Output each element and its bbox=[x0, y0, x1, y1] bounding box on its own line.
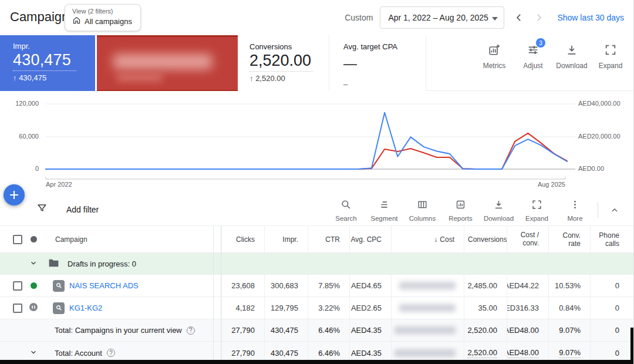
search-campaign-type-icon bbox=[53, 280, 65, 292]
status-paused-icon[interactable] bbox=[29, 303, 38, 313]
scorecard-impr-delta: 430,475 bbox=[19, 73, 46, 82]
cell-clicks: 23,608 bbox=[221, 275, 264, 296]
row-checkbox[interactable] bbox=[13, 304, 22, 313]
left-axis-tick-120000: 120,000 bbox=[4, 100, 39, 107]
column-header-cost-per-conv[interactable]: Cost / conv. bbox=[507, 226, 548, 252]
campaign-link[interactable]: NAIS SEARCH ADS bbox=[69, 281, 139, 290]
cell-avg-cpc: AED4.65 bbox=[349, 275, 391, 296]
right-axis-tick-0: AED0.00 bbox=[578, 165, 604, 172]
reports-icon bbox=[455, 199, 466, 213]
column-header-campaign[interactable]: Campaign bbox=[55, 235, 87, 244]
scorecard-cpa-delta: – bbox=[343, 80, 426, 89]
segment-icon bbox=[379, 199, 390, 213]
reports-button-label: Reports bbox=[448, 215, 472, 222]
scorecard-conversions[interactable]: Conversions 2,520.00 ↑ 2,520.00 bbox=[238, 35, 329, 91]
select-all-checkbox[interactable] bbox=[13, 235, 22, 244]
cell-ctr: 6.46% bbox=[308, 319, 349, 341]
column-header-impr[interactable]: Impr. bbox=[264, 226, 308, 252]
metrics-icon bbox=[488, 43, 501, 59]
status-enabled-icon[interactable] bbox=[31, 282, 37, 289]
cell-ctr: 3.22% bbox=[308, 297, 349, 319]
search-button[interactable]: Search bbox=[327, 197, 365, 223]
status-filter-dot-icon[interactable] bbox=[31, 236, 37, 242]
cell-cost-redacted bbox=[391, 297, 464, 319]
scorecard-cpa-label: Avg. target CPA bbox=[343, 42, 426, 51]
row-checkbox[interactable] bbox=[13, 281, 22, 291]
redacted-value-blur bbox=[399, 282, 456, 289]
column-header-phone-calls[interactable]: Phone calls bbox=[590, 226, 633, 252]
more-button[interactable]: More bbox=[556, 197, 594, 223]
chevron-down-icon[interactable] bbox=[29, 348, 38, 358]
cell-conversions: 2,485.00 bbox=[464, 275, 507, 296]
campaign-link[interactable]: KG1-KG2 bbox=[69, 304, 102, 312]
collapse-table-button[interactable] bbox=[602, 197, 628, 223]
column-header-ctr[interactable]: CTR bbox=[308, 226, 349, 252]
cell-phone-calls: 0 bbox=[590, 319, 633, 341]
drafts-in-progress-row: Drafts in progress: 0 bbox=[0, 253, 633, 275]
download-table-button[interactable]: Download bbox=[480, 197, 518, 223]
scorecard-conv-value: 2,520.00 bbox=[249, 52, 329, 70]
search-button-label: Search bbox=[335, 215, 356, 222]
scorecard-impressions[interactable]: Impr. 430,475 ↑ 430,475 bbox=[0, 35, 95, 91]
chevron-down-icon[interactable] bbox=[29, 259, 38, 269]
view-filters-chip[interactable]: View (2 filters) All campaigns bbox=[65, 4, 141, 31]
scorecard-cost-redacted[interactable] bbox=[97, 35, 238, 91]
cell-conv-rate: 0.84% bbox=[548, 297, 590, 319]
cell-conversions: 35.00 bbox=[464, 297, 507, 319]
campaign-row-nais-search-ads: NAIS SEARCH ADS 23,608 300,683 7.85% AED… bbox=[0, 275, 633, 297]
column-header-conversions[interactable]: Conversions bbox=[464, 226, 507, 252]
date-range-value: Apr 1, 2022 – Aug 20, 2025 bbox=[388, 13, 488, 22]
adjust-button[interactable]: 3 Adjust bbox=[514, 43, 552, 70]
download-button[interactable]: Download bbox=[552, 43, 591, 70]
expand-button[interactable]: Expand bbox=[591, 43, 630, 70]
cell-impr: 300,683 bbox=[264, 275, 308, 296]
top-bar: Campaigns View (2 filters) All campaigns… bbox=[0, 0, 633, 35]
cell-cost-per-conv: AED316.33 bbox=[507, 297, 548, 319]
metrics-button[interactable]: Metrics bbox=[475, 43, 514, 70]
previous-period-button[interactable] bbox=[509, 8, 529, 28]
column-header-conv-rate[interactable]: Conv. rate bbox=[548, 226, 590, 252]
more-button-label: More bbox=[567, 215, 582, 222]
view-chip-scope: All campaigns bbox=[85, 17, 132, 26]
expand-button-label: Expand bbox=[599, 62, 623, 70]
filter-funnel-icon bbox=[36, 203, 48, 216]
columns-icon bbox=[417, 199, 428, 213]
scorecard-cpa-value: — bbox=[343, 56, 426, 72]
up-arrow-icon: ↑ bbox=[249, 74, 255, 83]
segment-button-label: Segment bbox=[370, 215, 397, 222]
table-toolbar-actions: Search Segment Columns Reports Download … bbox=[327, 197, 628, 223]
cell-avg-cpc: AED4.35 bbox=[349, 319, 391, 341]
next-period-button[interactable] bbox=[529, 8, 549, 28]
segment-button[interactable]: Segment bbox=[365, 197, 403, 223]
dropdown-caret-icon bbox=[492, 13, 498, 22]
cell-conversions: 2,520.00 bbox=[464, 319, 507, 341]
scorecard-impr-dotted-rule bbox=[13, 70, 76, 71]
create-campaign-fab[interactable] bbox=[4, 184, 25, 205]
scorecard-impr-label: Impr. bbox=[13, 42, 88, 50]
download-table-label: Download bbox=[484, 215, 514, 222]
scorecard-conv-label: Conversions bbox=[249, 42, 329, 51]
drafts-row-label: Drafts in progress: 0 bbox=[68, 259, 136, 268]
frozen-column-separator bbox=[213, 226, 221, 252]
column-header-avg-cpc[interactable]: Avg. CPC bbox=[349, 226, 391, 252]
help-icon[interactable]: ? bbox=[187, 326, 195, 335]
add-filter-button[interactable]: Add filter bbox=[36, 203, 99, 216]
date-range-dropdown[interactable]: Apr 1, 2022 – Aug 20, 2025 bbox=[380, 6, 504, 29]
sort-descending-icon: ↓ bbox=[434, 235, 437, 244]
search-icon bbox=[340, 199, 352, 213]
cell-conv-rate: 10.53% bbox=[548, 275, 590, 296]
column-header-cost[interactable]: ↓ Cost bbox=[391, 226, 464, 252]
columns-button[interactable]: Columns bbox=[403, 197, 441, 223]
expand-icon bbox=[604, 43, 617, 59]
cell-cost-per-conv: AED48.00 bbox=[507, 319, 548, 341]
show-last-30-days-link[interactable]: Show last 30 days bbox=[557, 13, 624, 22]
adjust-button-label: Adjust bbox=[523, 62, 542, 70]
help-icon[interactable]: ? bbox=[107, 349, 115, 357]
cell-phone-calls: 0 bbox=[590, 275, 633, 296]
campaign-row-kg1-kg2: KG1-KG2 4,182 129,795 3.22% AED2.65 35.0… bbox=[0, 297, 633, 319]
scorecard-avg-target-cpa[interactable]: Avg. target CPA — – bbox=[329, 35, 426, 91]
expand-table-button[interactable]: Expand bbox=[518, 197, 556, 223]
screenshot-corner-edge bbox=[630, 328, 633, 364]
column-header-clicks[interactable]: Clicks bbox=[221, 226, 264, 252]
reports-button[interactable]: Reports bbox=[441, 197, 480, 223]
